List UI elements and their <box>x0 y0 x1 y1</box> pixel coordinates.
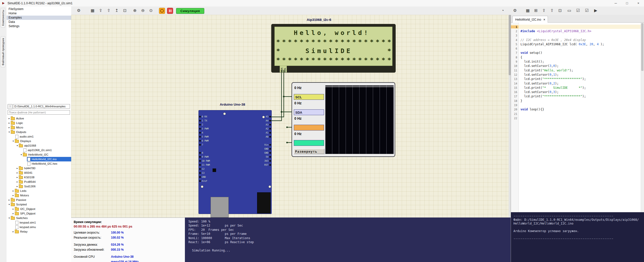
editor-settings-gear-icon[interactable]: ⚙ <box>512 7 518 14</box>
code-line[interactable]: 21 <box>511 112 641 116</box>
pin-10-pwm[interactable] <box>199 160 201 162</box>
tree-row[interactable]: HelloWorld_I2C.ino <box>7 157 71 161</box>
tree-row[interactable]: ▸KS0108 <box>7 175 71 180</box>
pin-9-pwm[interactable] <box>199 156 201 158</box>
wire-sda[interactable] <box>271 70 281 121</box>
pin-6-pwm[interactable] <box>199 140 201 142</box>
file-search-input[interactable] <box>8 110 70 115</box>
place-item-examples[interactable]: Examples <box>7 16 71 20</box>
minimize-button[interactable]: ─ <box>610 0 621 6</box>
pin-a1[interactable] <box>269 132 271 134</box>
tree-row[interactable]: ▸ili9341 <box>7 170 71 175</box>
tree-row[interactable]: ▸Pcd8544 <box>7 180 71 184</box>
power-button[interactable] <box>159 8 165 14</box>
tree-expand-arrow[interactable]: ▸ <box>8 126 11 129</box>
probe-icon[interactable]: ◔ <box>499 7 506 14</box>
pin-gnd[interactable] <box>269 148 271 150</box>
tree-expand-arrow[interactable]: ▾ <box>20 153 23 156</box>
open-file-icon[interactable]: ⇪ <box>541 7 547 14</box>
code-line[interactable]: 6 <box>511 46 641 51</box>
pin-1-tx[interactable] <box>199 120 201 121</box>
compile-icon[interactable]: ☑ <box>575 7 581 14</box>
tree-row[interactable]: ▸Motors <box>7 193 71 198</box>
tree-row[interactable]: ▸Micro <box>7 125 71 130</box>
pin-a4[interactable] <box>269 120 271 121</box>
code-line[interactable]: 14 lcd.setCursor(0,2); <box>511 81 641 85</box>
tree-expand-arrow[interactable]: ▸ <box>16 171 19 174</box>
tree-expand-arrow[interactable]: ▸ <box>12 212 15 215</box>
tree-expand-arrow[interactable]: ▾ <box>8 217 11 219</box>
pin-3-pwm[interactable] <box>199 128 201 129</box>
tree-row[interactable]: ▸Leds <box>7 189 71 193</box>
new-file-icon[interactable]: ⊞ <box>533 7 539 14</box>
debug-run-icon[interactable]: ▶ <box>592 7 599 14</box>
tree-row[interactable]: ▾Scripted <box>7 202 71 207</box>
tree-expand-arrow[interactable]: ▸ <box>16 181 19 183</box>
open-circuit-icon[interactable]: ⇪ <box>97 7 104 14</box>
pin-rst[interactable] <box>269 164 271 166</box>
tree-row[interactable]: ▸Passive <box>7 198 71 202</box>
tree-row[interactable]: aip31068_i2c.sim1 <box>7 148 71 152</box>
tree-expand-arrow[interactable]: ▸ <box>16 185 19 188</box>
code-line[interactable]: 12 lcd.setCursor(0,1); <box>511 72 641 77</box>
canvas-vertical-scrollbar[interactable] <box>509 15 511 217</box>
tree-expand-arrow[interactable]: ▸ <box>12 190 15 192</box>
tree-row[interactable]: ▸Logic <box>7 121 71 125</box>
channel-2-label-box[interactable]: SDA <box>294 109 324 115</box>
tree-expand-arrow[interactable]: ▾ <box>16 144 19 147</box>
tree-row[interactable]: ▾Displays <box>7 139 71 143</box>
pin-11-pwm[interactable] <box>199 164 201 166</box>
titlebar[interactable]: ▶ SimulIDE-1.1.0-RC1 R2162 - aip31068_i2… <box>0 0 644 7</box>
channel-4-label-box[interactable] <box>294 140 324 146</box>
tab-file-explorer[interactable]: Файловый проводник <box>1 36 5 67</box>
wire-scl[interactable] <box>271 70 284 117</box>
pin-13[interactable] <box>199 172 201 174</box>
code-line[interactable]: 17 lcd.print("********************"); <box>511 94 641 99</box>
pin-0-rx[interactable] <box>199 116 201 117</box>
pin-gnd[interactable] <box>269 152 271 154</box>
pin-a0[interactable] <box>269 136 271 138</box>
pin-gnd[interactable] <box>199 176 201 178</box>
folder-up-icon[interactable]: ↑ <box>8 104 13 109</box>
scope-expand-button[interactable]: Развернуть <box>294 149 325 154</box>
tree-expand-arrow[interactable]: ▸ <box>16 167 19 169</box>
tree-expand-arrow[interactable]: ▸ <box>8 117 11 120</box>
channel-1-label-box[interactable]: SCL <box>294 94 324 100</box>
zoom-out-icon[interactable]: ⊖ <box>140 7 146 14</box>
tree-row[interactable]: keypad.sim1 <box>7 220 71 225</box>
tree-row[interactable]: ▸Ssd1306 <box>7 184 71 189</box>
tree-expand-arrow[interactable]: ▾ <box>12 140 15 142</box>
save-circuit-icon[interactable]: ⇧ <box>105 7 112 14</box>
pin-2[interactable] <box>199 124 201 125</box>
place-item-filesystem[interactable]: FileSystem <box>7 7 71 11</box>
zoom-fit-icon[interactable]: ⊙ <box>148 7 154 14</box>
pin-a2[interactable] <box>269 128 271 129</box>
code-line[interactable]: 10 lcd.setCursor(3,0); <box>511 64 641 68</box>
circuit-canvas[interactable]: Aip31068_i2c-6 Hello, world!************… <box>71 15 509 217</box>
pause-button[interactable] <box>167 8 173 14</box>
tree-expand-arrow[interactable]: ▾ <box>8 203 11 206</box>
tree-row[interactable]: ▾Outputs <box>7 130 71 134</box>
maximize-button[interactable]: □ <box>621 0 633 6</box>
pin-a3[interactable] <box>269 124 271 125</box>
debugger-icon[interactable]: ▦ <box>525 7 531 14</box>
tree-expand-arrow[interactable]: ▾ <box>8 131 11 133</box>
tree-row[interactable]: ▸Relay <box>7 229 71 234</box>
find-replace-icon[interactable]: ⊡ <box>557 7 563 14</box>
tab-components[interactable]: Компоненты <box>1 8 5 27</box>
serial-monitor-icon[interactable]: ▭ <box>566 7 573 14</box>
code-line[interactable]: 15 lcd.print("* SimulIDE *"); <box>511 85 641 90</box>
pin-5v[interactable] <box>269 156 271 158</box>
scrollbar-thumb[interactable] <box>509 15 511 75</box>
pin-aref[interactable] <box>199 180 201 182</box>
save-file-icon[interactable]: ⇧ <box>549 7 555 14</box>
zoom-in-icon[interactable]: ⊕ <box>132 7 138 14</box>
circuit-settings-gear-icon[interactable]: ⚙ <box>75 7 82 14</box>
tab-close-icon[interactable]: × <box>543 18 545 21</box>
tree-row[interactable]: ▸I2C_Digipot <box>7 207 71 211</box>
code-line[interactable]: 19 <box>511 103 641 107</box>
export-image-icon[interactable]: ⊡ <box>122 7 128 14</box>
place-item-home[interactable]: Home <box>7 11 71 16</box>
pin-a5[interactable] <box>269 116 271 117</box>
tree-expand-arrow[interactable]: ▸ <box>12 208 15 210</box>
